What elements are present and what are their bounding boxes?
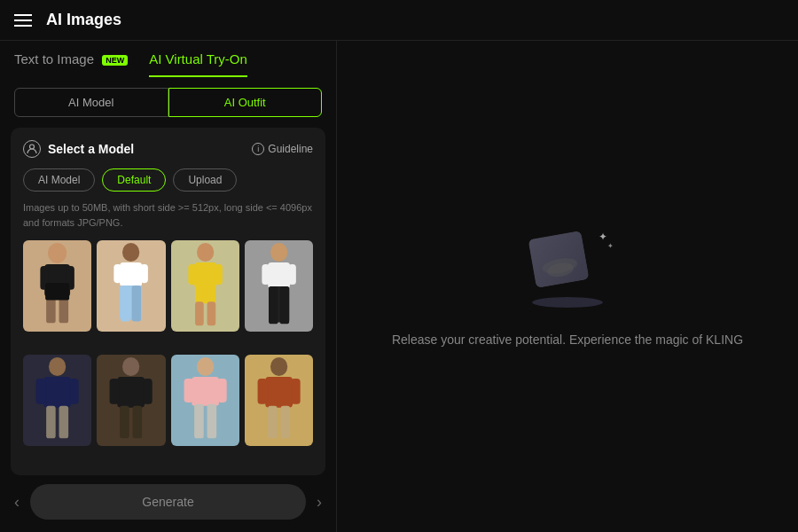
svg-point-0 bbox=[30, 145, 35, 149]
svg-rect-31 bbox=[36, 378, 46, 403]
main-layout: Text to Image NEW AI Virtual Try-On AI M… bbox=[0, 41, 798, 532]
toggle-ai-model[interactable]: AI Model bbox=[14, 88, 168, 117]
svg-rect-13 bbox=[121, 286, 130, 321]
svg-rect-50 bbox=[291, 378, 301, 403]
star-icon-1: ✦ bbox=[598, 231, 607, 243]
svg-point-35 bbox=[122, 356, 139, 375]
model-person-icon bbox=[23, 140, 41, 158]
svg-point-1 bbox=[48, 243, 66, 263]
svg-rect-28 bbox=[279, 286, 289, 324]
svg-rect-51 bbox=[268, 405, 278, 438]
svg-rect-40 bbox=[133, 405, 143, 438]
magic-card-shape bbox=[528, 231, 590, 288]
model-card: Select a Model i Guideline AI Model Defa… bbox=[11, 128, 325, 475]
model-thumb-1[interactable] bbox=[23, 240, 91, 332]
svg-rect-10 bbox=[114, 264, 122, 283]
svg-rect-46 bbox=[207, 403, 216, 438]
svg-rect-11 bbox=[140, 264, 148, 283]
new-badge: NEW bbox=[102, 55, 128, 66]
svg-rect-44 bbox=[217, 378, 227, 402]
svg-rect-34 bbox=[59, 405, 69, 438]
generate-area: ‹ Generate › bbox=[0, 475, 336, 532]
svg-rect-18 bbox=[215, 264, 223, 285]
toggle-ai-outfit[interactable]: AI Outfit bbox=[168, 88, 323, 117]
svg-rect-32 bbox=[69, 378, 79, 403]
svg-rect-30 bbox=[43, 377, 71, 408]
source-default[interactable]: Default bbox=[102, 168, 166, 192]
svg-rect-27 bbox=[269, 286, 278, 324]
info-icon: i bbox=[252, 143, 264, 155]
source-ai-model[interactable]: AI Model bbox=[23, 168, 95, 192]
model-thumb-2[interactable] bbox=[97, 240, 165, 332]
app-title: AI Images bbox=[46, 11, 121, 29]
svg-rect-17 bbox=[188, 264, 196, 285]
svg-rect-52 bbox=[280, 405, 290, 438]
magic-shadow bbox=[532, 297, 603, 308]
star-icon-2: ✦ bbox=[607, 242, 614, 250]
svg-point-15 bbox=[196, 243, 213, 262]
svg-rect-33 bbox=[46, 405, 56, 438]
svg-rect-9 bbox=[120, 262, 142, 286]
model-thumb-6[interactable] bbox=[97, 355, 165, 446]
model-thumb-7[interactable] bbox=[171, 355, 239, 446]
model-thumb-4[interactable] bbox=[245, 240, 313, 332]
svg-rect-20 bbox=[195, 301, 204, 325]
svg-point-47 bbox=[270, 356, 287, 375]
menu-icon[interactable] bbox=[14, 14, 32, 27]
svg-rect-14 bbox=[132, 286, 142, 321]
sidebar: Text to Image NEW AI Virtual Try-On AI M… bbox=[0, 41, 337, 532]
toggle-row: AI Model AI Outfit bbox=[0, 77, 336, 128]
svg-rect-48 bbox=[265, 377, 293, 408]
svg-point-22 bbox=[270, 243, 287, 262]
svg-rect-43 bbox=[184, 378, 193, 402]
svg-rect-21 bbox=[207, 301, 215, 325]
model-image-grid bbox=[23, 240, 313, 463]
svg-point-8 bbox=[122, 243, 139, 262]
svg-rect-19 bbox=[195, 286, 215, 303]
info-text: Images up to 50MB, with short side >= 51… bbox=[23, 200, 313, 230]
svg-rect-37 bbox=[110, 378, 120, 403]
svg-rect-16 bbox=[194, 262, 216, 288]
tab-ai-virtual-try-on[interactable]: AI Virtual Try-On bbox=[149, 51, 247, 77]
right-panel-text: Release your creative potential. Experie… bbox=[392, 332, 743, 347]
svg-rect-45 bbox=[194, 403, 204, 438]
guideline-link[interactable]: i Guideline bbox=[252, 143, 313, 155]
scroll-right-button[interactable]: › bbox=[313, 489, 325, 515]
source-buttons: AI Model Default Upload bbox=[23, 168, 313, 192]
svg-point-41 bbox=[196, 356, 213, 375]
generate-button[interactable]: Generate bbox=[30, 484, 306, 520]
model-thumb-3[interactable] bbox=[171, 240, 239, 332]
svg-rect-23 bbox=[268, 262, 290, 288]
svg-rect-7 bbox=[45, 283, 69, 300]
svg-rect-36 bbox=[117, 377, 145, 408]
tab-text-to-image[interactable]: Text to Image NEW bbox=[14, 51, 128, 77]
svg-rect-49 bbox=[257, 378, 267, 403]
model-thumb-5[interactable] bbox=[23, 355, 91, 446]
svg-rect-38 bbox=[143, 378, 153, 403]
svg-point-29 bbox=[49, 356, 66, 375]
model-card-title: Select a Model bbox=[23, 140, 134, 158]
svg-rect-24 bbox=[262, 264, 270, 285]
nav-tabs: Text to Image NEW AI Virtual Try-On bbox=[0, 41, 336, 77]
svg-rect-25 bbox=[288, 264, 296, 285]
right-panel: ✦ ✦ Release your creative potential. Exp… bbox=[337, 41, 798, 532]
source-upload[interactable]: Upload bbox=[173, 168, 237, 192]
scroll-left-button[interactable]: ‹ bbox=[11, 489, 23, 515]
magic-illustration: ✦ ✦ bbox=[514, 226, 621, 315]
svg-rect-39 bbox=[120, 405, 129, 438]
svg-rect-42 bbox=[192, 377, 219, 406]
model-card-header: Select a Model i Guideline bbox=[23, 140, 313, 158]
model-thumb-8[interactable] bbox=[245, 355, 313, 446]
header: AI Images bbox=[0, 0, 798, 41]
